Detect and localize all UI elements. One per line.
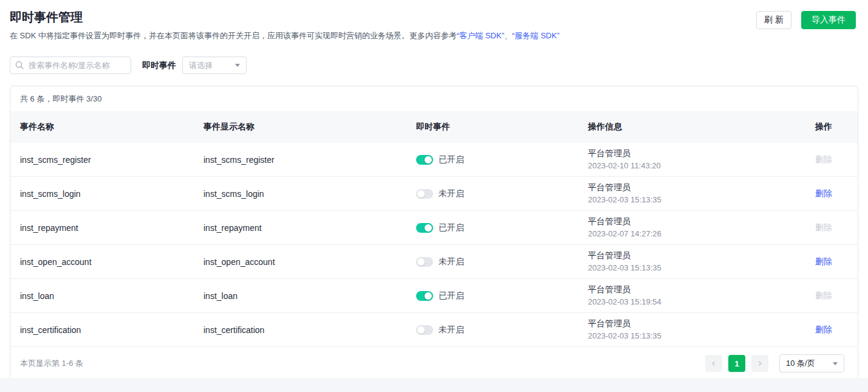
event-name: inst_loan [20,291,203,301]
event-name: inst_open_account [20,257,203,267]
operation-time: 2023-02-03 15:19:54 [588,296,799,308]
column-header-instant-event: 即时事件 [416,122,588,132]
chevron-right-icon [757,360,763,366]
table-row: inst_scms_register inst_scms_register 已开… [10,143,858,177]
operation-time: 2023-02-03 15:13:35 [588,330,799,342]
event-name: inst_scms_login [20,189,203,199]
operator-name: 平台管理员 [588,215,799,227]
prev-page-button[interactable] [705,355,722,372]
page-header-left: 即时事件管理 在 SDK 中将指定事件设置为即时事件，并在本页面将该事件的开关开… [10,9,559,41]
table-row: inst_loan inst_loan 已开启 平台管理员 2023-02-03… [10,279,858,313]
operation-info: 平台管理员 2023-02-07 14:27:26 [588,215,799,240]
instant-event-toggle[interactable] [416,155,433,165]
delete-link[interactable]: 删除 [815,222,832,232]
server-sdk-link[interactable]: “服务端 SDK” [512,31,559,40]
event-display-name: inst_repayment [203,223,416,233]
delete-link[interactable]: 删除 [815,256,832,266]
chevron-down-icon [833,362,838,365]
filter-row: 即时事件 请选择 [10,57,858,74]
search-box [10,57,131,74]
toggle-state-label: 未开启 [439,256,464,267]
table-summary: 共 6 条，即时事件 3/30 [20,94,101,103]
operation-info: 平台管理员 2023-02-03 15:19:54 [588,283,799,308]
operator-name: 平台管理员 [588,147,799,159]
operation-info: 平台管理员 2023-02-03 15:13:35 [588,317,799,342]
search-input[interactable] [10,57,131,74]
footer-strip [0,378,868,392]
event-name: inst_repayment [20,223,203,233]
page-title: 即时事件管理 [10,9,559,26]
table-summary-bar: 共 6 条，即时事件 3/30 [10,86,858,111]
operation-info: 平台管理员 2023-02-10 11:43:20 [588,147,799,172]
operation-info: 平台管理员 2023-02-03 15:13:35 [588,249,799,274]
table-row: inst_scms_login inst_scms_login 未开启 平台管理… [10,177,858,211]
event-display-name: inst_loan [203,291,416,301]
toggle-knob [425,156,432,163]
select-placeholder: 请选择 [189,60,213,71]
instant-event-toggle[interactable] [416,325,433,335]
instant-event-select[interactable]: 请选择 [182,57,247,74]
event-name: inst_certification [20,325,203,335]
instant-event-toggle[interactable] [416,223,433,233]
event-name: inst_scms_register [20,155,203,165]
operation-time: 2023-02-03 15:13:35 [588,194,799,206]
event-display-name: inst_scms_register [203,155,416,165]
instant-event-filter-label: 即时事件 [142,60,176,71]
toggle-knob [425,292,432,300]
instant-event-toggle[interactable] [416,291,433,301]
toggle-state-label: 已开启 [439,154,464,165]
toggle-state-label: 已开启 [439,291,464,301]
table-footer: 本页显示第 1-6 条 1 10 条/页 [10,347,858,380]
page-header: 即时事件管理 在 SDK 中将指定事件设置为即时事件，并在本页面将该事件的开关开… [0,0,868,41]
operator-name: 平台管理员 [588,181,799,193]
operation-time: 2023-02-03 15:13:35 [588,262,799,274]
column-header-action: 操作 [799,122,848,132]
table-header-row: 事件名称 事件显示名称 即时事件 操作信息 操作 [10,111,858,143]
client-sdk-link[interactable]: “客户端 SDK” [457,31,504,40]
subtitle-text: 在 SDK 中将指定事件设置为即时事件，并在本页面将该事件的开关开启，应用该事件… [10,31,457,40]
instant-event-toggle[interactable] [416,189,433,199]
toggle-state-label: 未开启 [439,325,464,335]
operation-time: 2023-02-07 14:27:26 [588,228,799,240]
table-row: inst_repayment inst_repayment 已开启 平台管理员 … [10,211,858,245]
event-display-name: inst_open_account [203,257,416,267]
toggle-knob [417,326,425,334]
toggle-knob [425,224,432,232]
subtitle-separator: 、 [504,31,512,40]
chevron-left-icon [711,360,717,366]
operation-time: 2023-02-10 11:43:20 [588,160,799,172]
column-header-operation-info: 操作信息 [588,122,799,132]
delete-link[interactable]: 删除 [815,325,832,334]
event-display-name: inst_certification [203,325,416,335]
table-row: inst_certification inst_certification 未开… [10,313,858,347]
pagination: 1 10 条/页 [699,354,844,373]
table-row: inst_open_account inst_open_account 未开启 … [10,245,858,279]
events-table-card: 共 6 条，即时事件 3/30 事件名称 事件显示名称 即时事件 操作信息 操作… [10,86,858,380]
chevron-down-icon [235,64,240,67]
toggle-knob [417,190,425,198]
operation-info: 平台管理员 2023-02-03 15:13:35 [588,181,799,206]
operator-name: 平台管理员 [588,249,799,261]
toggle-knob [417,258,425,266]
page-subtitle: 在 SDK 中将指定事件设置为即时事件，并在本页面将该事件的开关开启，应用该事件… [10,30,559,41]
delete-link[interactable]: 删除 [815,188,832,198]
delete-link[interactable]: 删除 [815,291,832,300]
header-actions: 刷 新 导入事件 [756,11,856,29]
page-size-select[interactable]: 10 条/页 [779,354,844,373]
operator-name: 平台管理员 [588,317,799,329]
pagination-range-text: 本页显示第 1-6 条 [20,358,83,369]
instant-event-toggle[interactable] [416,257,433,267]
refresh-button[interactable]: 刷 新 [756,11,791,29]
page-size-value: 10 条/页 [786,358,815,369]
import-event-button[interactable]: 导入事件 [801,11,856,29]
toggle-state-label: 已开启 [439,222,464,233]
search-icon [15,61,24,69]
event-display-name: inst_scms_login [203,189,416,199]
page-1-button[interactable]: 1 [728,355,745,372]
next-page-button[interactable] [751,355,768,372]
column-header-display-name: 事件显示名称 [203,122,416,132]
column-header-event-name: 事件名称 [20,122,203,132]
operator-name: 平台管理员 [588,283,799,295]
toggle-state-label: 未开启 [439,188,464,199]
delete-link[interactable]: 删除 [815,154,832,164]
